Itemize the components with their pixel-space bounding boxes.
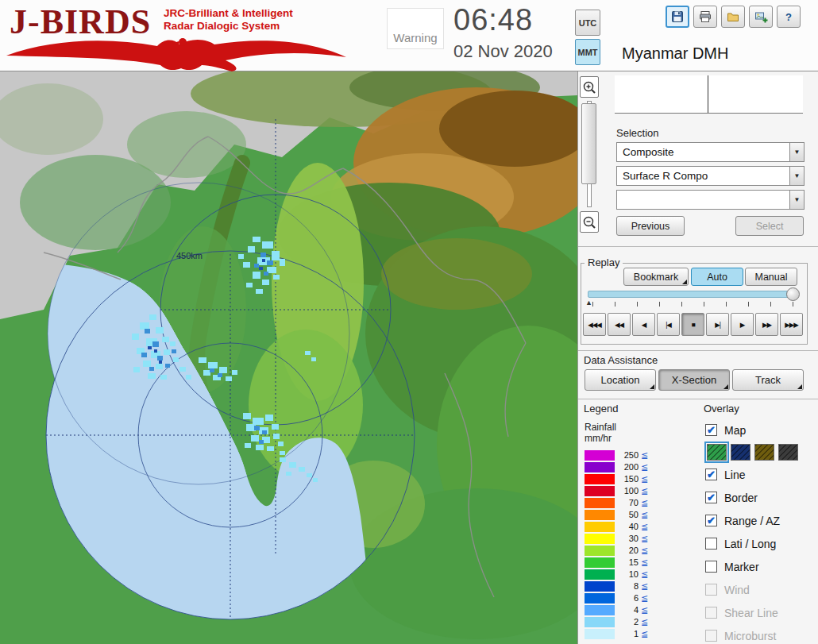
- border-checkbox[interactable]: ✔: [705, 492, 717, 503]
- zoom-out-icon: [582, 215, 596, 229]
- legend-color-swatch: [585, 474, 615, 484]
- radar-map-canvas[interactable]: 450km: [0, 71, 577, 644]
- jump-start-button[interactable]: ◀◀◀: [583, 313, 606, 336]
- line-checkbox[interactable]: ✔: [705, 469, 717, 480]
- control-panel: Selection Composite ▼ Surface R Compo ▼ …: [577, 71, 818, 644]
- play-button[interactable]: ▶: [731, 313, 754, 336]
- legend-color-swatch: [585, 629, 615, 639]
- replay-slider-thumb[interactable]: [786, 287, 800, 301]
- microburst-checkbox: [705, 630, 717, 642]
- overlay-item-map[interactable]: ✔Map: [705, 418, 798, 442]
- composite-dropdown[interactable]: Composite ▼: [616, 142, 804, 162]
- legend-color-swatch: [585, 581, 615, 592]
- utc-button[interactable]: UTC: [575, 10, 600, 36]
- legend-value: 200: [615, 462, 639, 472]
- bookmark-button[interactable]: Bookmark: [623, 268, 689, 286]
- less-equal-icon: ≦: [641, 569, 648, 580]
- less-equal-icon: ≦: [641, 474, 648, 484]
- shear-line-checkbox: [705, 607, 717, 619]
- overlay-item-border[interactable]: ✔Border: [705, 486, 798, 509]
- help-button[interactable]: ?: [777, 6, 801, 28]
- overlay-item-marker[interactable]: Marker: [705, 555, 798, 578]
- replay-timeline-slider[interactable]: [588, 291, 797, 298]
- clock-date: 02 Nov 2020: [453, 41, 553, 62]
- open-folder-button[interactable]: [721, 6, 745, 28]
- range-az-checkbox[interactable]: ✔: [705, 515, 717, 526]
- zoom-out-button[interactable]: [580, 211, 599, 233]
- track-button[interactable]: Track: [732, 369, 804, 391]
- step-back-button[interactable]: |◀: [657, 313, 680, 336]
- print-button[interactable]: [693, 6, 717, 28]
- overlay-label-text: Line: [724, 469, 745, 481]
- svg-text:?: ?: [785, 11, 792, 23]
- jump-end-button[interactable]: ▶▶▶: [780, 313, 803, 336]
- legend-row: 20≦: [585, 545, 648, 557]
- export-image-button[interactable]: [749, 6, 773, 28]
- x-section-button[interactable]: X-Section: [658, 369, 730, 391]
- map-color-gray-swatch[interactable]: [778, 444, 798, 461]
- legend-value: 2: [615, 617, 639, 627]
- zoom-slider-thumb[interactable]: [581, 103, 596, 184]
- less-equal-icon: ≦: [641, 557, 648, 568]
- map-checkbox[interactable]: ✔: [705, 424, 717, 436]
- playback-controls: ◀◀◀◀◀◀|◀■▶|▶▶▶▶▶▶: [583, 313, 803, 336]
- map-color-green-swatch[interactable]: [707, 444, 727, 461]
- legend-color-swatch: [585, 546, 615, 556]
- overlay-label-text: Marker: [724, 561, 759, 573]
- legend-unit-line2: mm/hr: [585, 433, 648, 444]
- step-forward-button[interactable]: ▶|: [706, 313, 729, 336]
- radar-map-view[interactable]: 450km: [0, 71, 577, 644]
- warning-indicator[interactable]: Warning: [387, 8, 444, 49]
- mmt-button[interactable]: MMT: [575, 39, 600, 65]
- stop-button[interactable]: ■: [681, 313, 704, 336]
- legend-color-swatch: [585, 510, 615, 520]
- overlay-label-text: Lati / Long: [724, 538, 776, 550]
- zoom-in-button[interactable]: [580, 76, 599, 98]
- legend-row: 6≦: [585, 592, 648, 604]
- chevron-down-icon[interactable]: ▼: [789, 143, 804, 161]
- overlay-item-line[interactable]: ✔Line: [705, 463, 798, 486]
- legend-row: 100≦: [585, 485, 648, 497]
- range-distance-label: 450km: [176, 251, 203, 260]
- legend-row: 2≦: [585, 616, 648, 628]
- rainfall-legend: Rainfall mm/hr 250≦200≦150≦100≦70≦50≦40≦…: [585, 422, 648, 640]
- legend-row: 1≦: [585, 628, 648, 640]
- chevron-down-icon[interactable]: ▼: [789, 191, 804, 209]
- marker-checkbox[interactable]: [705, 561, 717, 573]
- auto-mode-button[interactable]: Auto: [691, 268, 743, 286]
- legend-color-swatch: [585, 605, 615, 615]
- fast-forward-button[interactable]: ▶▶: [755, 313, 778, 336]
- less-equal-icon: ≦: [641, 534, 648, 544]
- previous-button[interactable]: Previous: [616, 216, 685, 236]
- manual-mode-button[interactable]: Manual: [745, 268, 797, 286]
- sub-product-dropdown[interactable]: ▼: [616, 190, 804, 210]
- fast-rewind-button[interactable]: ◀◀: [608, 313, 631, 336]
- overlay-label-text: Range / AZ: [724, 515, 780, 527]
- legend-value: 70: [615, 498, 639, 508]
- legend-row: 150≦: [585, 473, 648, 485]
- print-icon: [699, 10, 712, 23]
- less-equal-icon: ≦: [641, 581, 648, 592]
- map-color-navy-swatch[interactable]: [731, 444, 750, 461]
- less-equal-icon: ≦: [641, 486, 648, 496]
- less-equal-icon: ≦: [641, 617, 648, 627]
- product-dropdown[interactable]: Surface R Compo ▼: [616, 166, 804, 186]
- map-color-olive-swatch[interactable]: [754, 444, 774, 461]
- legend-color-swatch: [585, 569, 615, 580]
- legend-value: 150: [615, 474, 639, 484]
- less-equal-icon: ≦: [641, 546, 648, 556]
- location-button[interactable]: Location: [585, 369, 656, 391]
- save-button[interactable]: [666, 6, 689, 28]
- lati-long-checkbox[interactable]: [705, 538, 717, 550]
- select-button[interactable]: Select: [735, 216, 804, 236]
- overlay-item-range-az[interactable]: ✔Range / AZ: [705, 509, 798, 532]
- overlay-label-text: Map: [724, 424, 746, 437]
- play-reverse-button[interactable]: ◀: [632, 313, 655, 336]
- replay-section-label: Replay: [585, 256, 623, 268]
- save-icon: [671, 10, 684, 23]
- chevron-down-icon[interactable]: ▼: [789, 167, 804, 185]
- legend-color-swatch: [585, 557, 615, 568]
- overlay-item-lati-long[interactable]: Lati / Long: [705, 532, 798, 555]
- composite-dropdown-value: Composite: [617, 143, 789, 161]
- separator: [578, 350, 818, 351]
